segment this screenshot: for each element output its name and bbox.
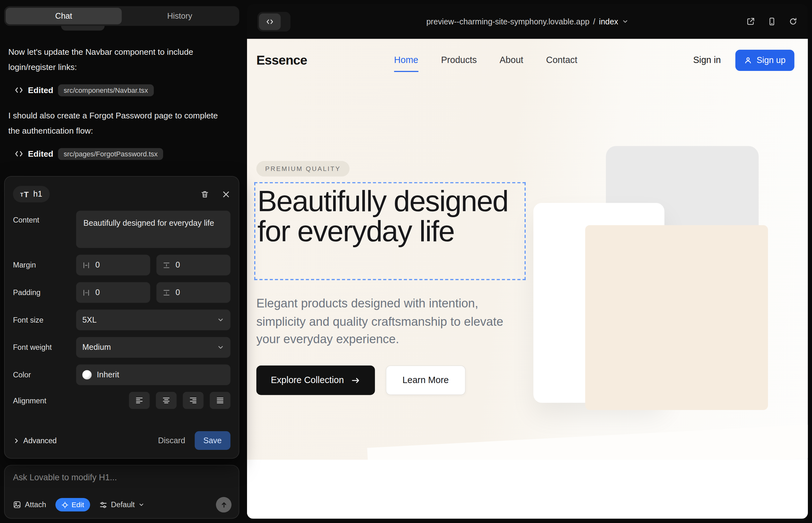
nav-link-home[interactable]: Home — [394, 55, 418, 66]
trash-icon — [200, 190, 209, 198]
close-icon — [222, 190, 231, 198]
align-right-button[interactable] — [183, 392, 203, 409]
font-weight-select[interactable]: Medium — [76, 337, 230, 358]
external-link-icon — [746, 17, 755, 26]
site-nav-links: Home Products About Contact — [394, 55, 577, 66]
chevron-down-icon — [622, 18, 628, 25]
preview-window: preview--charming-site-symphony.lovable.… — [247, 4, 808, 519]
view-mode-toggle — [258, 12, 291, 31]
chat-composer: Attach Edit Default — [4, 465, 239, 519]
edited-file-badge[interactable]: src/pages/ForgotPassword.tsx — [58, 148, 163, 160]
sign-up-button[interactable]: Sign up — [735, 49, 794, 71]
color-picker[interactable]: Inherit — [76, 364, 230, 385]
refresh-button[interactable] — [789, 17, 797, 26]
edited-label: Edited — [28, 86, 53, 95]
sidebar-tab-bar: Chat History — [4, 6, 239, 26]
preview-page: index — [599, 17, 618, 26]
lovable-app-window: Chat History Now let's update the Navbar… — [0, 0, 812, 523]
margin-horizontal-value: 0 — [95, 260, 100, 270]
send-button[interactable] — [216, 497, 231, 512]
padding-vertical-icon — [162, 289, 170, 296]
tab-chat[interactable]: Chat — [6, 8, 122, 24]
margin-vertical-input[interactable]: 0 — [156, 255, 231, 275]
arrow-up-icon — [220, 501, 228, 509]
delete-element-button[interactable] — [200, 190, 209, 198]
margin-label: Margin — [13, 261, 76, 269]
mobile-icon — [767, 17, 776, 26]
composer-input[interactable] — [13, 473, 231, 483]
site-navbar: Essence Home Products About Contact Sign… — [247, 39, 808, 82]
font-size-label: Font size — [13, 315, 76, 324]
explore-collection-button[interactable]: Explore Collection — [256, 365, 375, 395]
below-hero-section — [247, 460, 808, 519]
nav-link-contact[interactable]: Contact — [546, 55, 577, 66]
align-center-icon — [162, 397, 170, 404]
preview-url[interactable]: preview--charming-site-symphony.lovable.… — [426, 17, 628, 26]
alignment-label: Alignment — [13, 396, 76, 404]
model-default-selector[interactable]: Default — [100, 501, 144, 509]
chat-sidebar: Chat History Now let's update the Navbar… — [0, 0, 247, 523]
align-left-button[interactable] — [129, 392, 149, 409]
margin-vertical-value: 0 — [175, 260, 180, 270]
default-label: Default — [111, 501, 135, 509]
chevron-down-icon — [138, 502, 145, 508]
premium-quality-badge: PREMIUM QUALITY — [256, 161, 349, 177]
hero-cta-row: Explore Collection Learn More — [256, 365, 465, 395]
font-size-select[interactable]: 5XL — [76, 310, 230, 330]
hero-heading[interactable]: Beautifully designed for everyday life — [258, 186, 525, 246]
sign-up-label: Sign up — [757, 55, 786, 65]
code-icon — [15, 86, 23, 95]
padding-vertical-value: 0 — [175, 288, 180, 297]
font-weight-label: Font weight — [13, 343, 76, 351]
tab-history[interactable]: History — [122, 8, 237, 24]
code-toggle-icon — [266, 17, 274, 26]
sign-in-link[interactable]: Sign in — [693, 55, 721, 66]
learn-more-button[interactable]: Learn More — [386, 365, 465, 395]
content-label: Content — [13, 211, 76, 224]
edit-mode-label: Edit — [72, 501, 84, 509]
selected-element-pill: TT h1 — [13, 186, 49, 202]
padding-vertical-input[interactable]: 0 — [156, 282, 231, 303]
chevron-right-icon — [13, 437, 20, 444]
edited-file-badge[interactable]: src/components/Navbar.tsx — [58, 85, 154, 96]
edited-file-row[interactable]: Edited src/pages/ForgotPassword.tsx — [15, 148, 163, 160]
nav-link-about[interactable]: About — [500, 55, 524, 66]
sliders-icon — [100, 501, 107, 509]
mobile-view-button[interactable] — [767, 17, 776, 26]
selection-outline[interactable]: Beautifully designed for everyday life — [254, 182, 526, 280]
advanced-toggle[interactable]: Advanced — [13, 436, 57, 445]
preview-domain: preview--charming-site-symphony.lovable.… — [426, 17, 589, 26]
save-button[interactable]: Save — [194, 431, 230, 450]
edit-mode-button[interactable]: Edit — [55, 498, 90, 511]
view-toggle-spacer — [281, 13, 289, 30]
site-logo[interactable]: Essence — [256, 53, 307, 68]
color-swatch — [82, 370, 91, 379]
open-external-button[interactable] — [746, 17, 755, 26]
margin-horizontal-icon — [82, 261, 90, 269]
font-size-value: 5XL — [82, 315, 96, 325]
nav-link-products[interactable]: Products — [441, 55, 477, 66]
code-icon — [15, 150, 23, 159]
hero-shape-beige — [585, 225, 768, 410]
discard-button[interactable]: Discard — [158, 436, 185, 445]
align-justify-button[interactable] — [210, 392, 230, 409]
align-center-button[interactable] — [156, 392, 176, 409]
user-icon — [744, 56, 752, 64]
code-view-button[interactable] — [259, 13, 281, 30]
edited-label: Edited — [28, 149, 53, 159]
content-input[interactable]: Beautifully designed for everyday life — [76, 211, 230, 248]
edited-file-row[interactable]: Edited src/components/Navbar.tsx — [15, 85, 154, 96]
url-separator: / — [593, 17, 595, 26]
attach-button[interactable]: Attach — [13, 501, 46, 509]
close-editor-button[interactable] — [222, 190, 231, 198]
explore-collection-label: Explore Collection — [271, 375, 344, 385]
margin-vertical-icon — [162, 261, 170, 269]
site-canvas: Essence Home Products About Contact Sign… — [247, 39, 808, 519]
padding-horizontal-input[interactable]: 0 — [76, 282, 150, 303]
align-justify-icon — [216, 397, 224, 404]
margin-horizontal-input[interactable]: 0 — [76, 255, 150, 275]
chat-message: Now let's update the Navbar component to… — [8, 44, 228, 75]
text-size-icon: TT — [20, 190, 29, 198]
crosshair-icon — [62, 502, 68, 508]
align-left-icon — [135, 397, 143, 404]
